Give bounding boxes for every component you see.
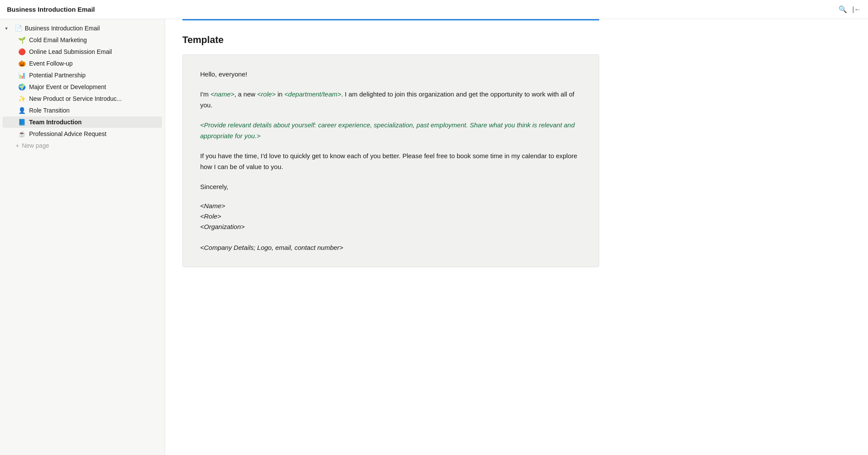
section-title: Template	[182, 34, 851, 46]
sig-company: <Company Details; Logo, email, contact n…	[200, 242, 581, 253]
intro-middle2: in	[276, 90, 284, 98]
online-lead-icon: 🔴	[18, 48, 26, 55]
sidebar-root-item[interactable]: ▾ 📄 Business Introduction Email	[0, 23, 165, 34]
intro-before: I'm	[200, 90, 211, 98]
main-layout: ▾ 📄 Business Introduction Email 🌱 Cold E…	[0, 19, 868, 455]
sidebar-item-major-event[interactable]: 🌍 Major Event or Development	[3, 81, 162, 93]
new-product-icon: ✨	[18, 95, 26, 102]
sidebar-children: 🌱 Cold Email Marketing 🔴 Online Lead Sub…	[0, 34, 165, 139]
template-body: If you have the time, I'd love to quickl…	[200, 150, 581, 173]
header-icons: 🔍 |←	[838, 5, 861, 13]
event-followup-icon: 🎃	[18, 60, 26, 67]
italic-green-text: <Provide relevant details about yourself…	[200, 121, 575, 140]
template-block: Hello, everyone! I'm <name>, a new <role…	[182, 54, 599, 267]
role-transition-icon: 👤	[18, 107, 26, 114]
cold-email-icon: 🌱	[18, 37, 26, 43]
content-area: Template Hello, everyone! I'm <name>, a …	[165, 19, 868, 455]
progress-line	[182, 19, 599, 20]
sidebar: ▾ 📄 Business Introduction Email 🌱 Cold E…	[0, 19, 165, 455]
sidebar-item-label: New Product or Service Introduc...	[29, 95, 122, 102]
placeholder-dept: <department/team>	[284, 90, 341, 98]
team-introduction-icon: 📘	[18, 119, 26, 126]
potential-partnership-icon: 📊	[18, 72, 26, 79]
new-page-button[interactable]: + New page	[3, 140, 162, 151]
sidebar-item-event-followup[interactable]: 🎃 Event Follow-up	[3, 58, 162, 69]
professional-advice-icon: ☕	[18, 130, 26, 137]
new-page-label: New page	[22, 142, 49, 149]
intro-middle1: , a new	[234, 90, 257, 98]
major-event-icon: 🌍	[18, 83, 26, 90]
header-bar: Business Introduction Email 🔍 |←	[0, 0, 868, 19]
template-green-italic: <Provide relevant details about yourself…	[200, 120, 581, 142]
document-icon: 📄	[15, 25, 22, 32]
sidebar-item-professional-advice[interactable]: ☕ Professional Advice Request	[3, 128, 162, 139]
sidebar-item-new-product[interactable]: ✨ New Product or Service Introduc...	[3, 93, 162, 104]
sidebar-item-online-lead[interactable]: 🔴 Online Lead Submission Email	[3, 46, 162, 57]
sidebar-item-label: Potential Partnership	[29, 72, 86, 79]
sidebar-item-label: Role Transition	[29, 107, 69, 114]
template-intro: I'm <name>, a new <role> in <department/…	[200, 89, 581, 111]
search-icon[interactable]: 🔍	[838, 5, 847, 13]
sidebar-item-label: Team Introduction	[29, 119, 82, 126]
sidebar-item-label: Cold Email Marketing	[29, 37, 87, 43]
header-title: Business Introduction Email	[7, 6, 838, 13]
sidebar-item-team-introduction[interactable]: 📘 Team Introduction	[3, 116, 162, 128]
sidebar-item-label: Professional Advice Request	[29, 130, 106, 137]
sidebar-item-label: Online Lead Submission Email	[29, 48, 112, 55]
sidebar-item-label: Event Follow-up	[29, 60, 73, 67]
sig-org: <Organization>	[200, 222, 581, 232]
collapse-icon[interactable]: |←	[852, 6, 861, 13]
plus-icon: +	[16, 142, 19, 149]
placeholder-name: <name>	[211, 90, 234, 98]
sig-role: <Role>	[200, 211, 581, 222]
sidebar-item-potential-partnership[interactable]: 📊 Potential Partnership	[3, 70, 162, 81]
sidebar-item-label: Major Event or Development	[29, 83, 106, 90]
body-text: If you have the time, I'd love to quickl…	[200, 152, 577, 171]
greeting-text: Hello, everyone!	[200, 70, 247, 78]
sidebar-item-role-transition[interactable]: 👤 Role Transition	[3, 105, 162, 116]
template-greeting: Hello, everyone!	[200, 69, 581, 80]
template-closing: Sincerely,	[200, 181, 581, 193]
sidebar-root-label: Business Introduction Email	[25, 25, 100, 32]
chevron-icon: ▾	[5, 26, 12, 31]
closing-text: Sincerely,	[200, 183, 228, 190]
sidebar-item-cold-email[interactable]: 🌱 Cold Email Marketing	[3, 34, 162, 46]
placeholder-role: <role>	[257, 90, 276, 98]
sig-name: <Name>	[200, 201, 581, 211]
template-signature: <Name> <Role> <Organization> <Company De…	[200, 201, 581, 253]
